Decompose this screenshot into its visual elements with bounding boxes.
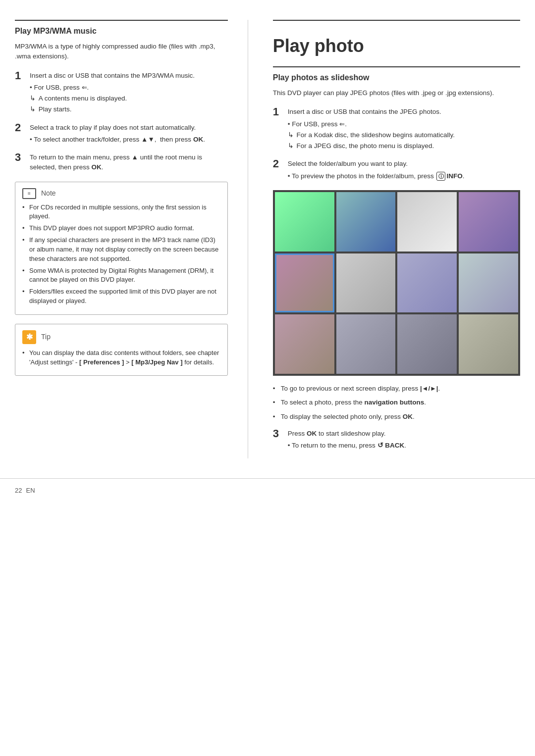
right-step-1-sub-3: For a JPEG disc, the photo menu is displ… bbox=[288, 141, 520, 151]
right-step-2: 2 Select the folder/album you want to pl… bbox=[273, 159, 520, 182]
right-step-1-sub-1: For USB, press ⇐. bbox=[288, 119, 520, 129]
note-item-5: Folders/files exceed the supported limit… bbox=[22, 287, 220, 306]
note-header: ≡ Note bbox=[22, 188, 220, 199]
step-2-content: Select a track to play if play does not … bbox=[30, 123, 228, 146]
step-3: 3 To return to the main menu, press ▲ un… bbox=[15, 152, 228, 175]
language-label: EN bbox=[26, 487, 35, 494]
step-3-content: To return to the main menu, press ▲ unti… bbox=[30, 152, 228, 175]
right-step-1: 1 Insert a disc or USB that contains the… bbox=[273, 107, 520, 152]
step-1-content: Insert a disc or USB that contains the M… bbox=[30, 71, 228, 116]
step-1-sub-1: For USB, press ⇐. bbox=[30, 83, 228, 93]
photo-thumb-11[interactable] bbox=[397, 314, 457, 374]
step-1: 1 Insert a disc or USB that contains the… bbox=[15, 71, 228, 116]
note-item-4: Some WMA is protected by Digital Rights … bbox=[22, 266, 220, 285]
note-item-1: For CDs recorded in multiple sessions, o… bbox=[22, 203, 220, 222]
photo-notes-list: To go to previous or next screen display… bbox=[273, 384, 520, 422]
step-2: 2 Select a track to play if play does no… bbox=[15, 123, 228, 146]
step-1-text: Insert a disc or USB that contains the M… bbox=[30, 71, 228, 81]
info-circle-icon: ⓘ bbox=[436, 172, 445, 181]
right-step-3-text: Press OK to start slideshow play. bbox=[288, 429, 520, 439]
right-step-2-sub-1: To preview the photos in the folder/albu… bbox=[288, 171, 520, 181]
left-section-title: Play MP3/WMA music bbox=[15, 27, 228, 36]
tip-box: ✱ Tip You can display the data disc cont… bbox=[15, 324, 228, 376]
note-box: ≡ Note For CDs recorded in multiple sess… bbox=[15, 182, 228, 315]
section-divider-right2 bbox=[273, 66, 520, 67]
right-step-3-num: 3 bbox=[273, 427, 288, 440]
photo-thumb-8[interactable] bbox=[459, 253, 518, 313]
tip-list: You can display the data disc contents w… bbox=[22, 348, 220, 367]
left-intro: MP3/WMA is a type of highly compressed a… bbox=[15, 42, 228, 62]
tip-header: ✱ Tip bbox=[22, 330, 220, 344]
photo-note-2: To select a photo, press the navigation … bbox=[273, 398, 520, 407]
section-divider-right bbox=[273, 20, 520, 21]
right-step-2-content: Select the folder/album you want to play… bbox=[288, 159, 520, 182]
right-section-title: Play photos as slideshow bbox=[273, 73, 520, 82]
step-1-num: 1 bbox=[15, 69, 30, 82]
right-intro: This DVD player can play JPEG photos (fi… bbox=[273, 88, 520, 98]
prev-next-icon: |◄/►| bbox=[420, 384, 438, 394]
note-item-2: This DVD player does not support MP3PRO … bbox=[22, 224, 220, 233]
note-icon: ≡ bbox=[22, 188, 36, 199]
photo-grid bbox=[273, 190, 520, 376]
photo-thumb-1[interactable] bbox=[275, 192, 334, 252]
note-item-3: If any special characters are present in… bbox=[22, 236, 220, 264]
step-2-sub-1: To select another track/folder, press ▲▼… bbox=[30, 135, 228, 145]
page-number: 22 bbox=[15, 487, 22, 494]
photo-thumb-2[interactable] bbox=[336, 192, 396, 252]
note-title: Note bbox=[41, 188, 56, 199]
photo-thumb-9[interactable] bbox=[275, 314, 334, 374]
photo-note-1: To go to previous or next screen display… bbox=[273, 384, 520, 394]
photo-thumb-12[interactable] bbox=[459, 314, 518, 374]
right-step-1-content: Insert a disc or USB that contains the J… bbox=[288, 107, 520, 152]
step-3-text: To return to the main menu, press ▲ unti… bbox=[30, 152, 228, 173]
left-column: Play MP3/WMA music MP3/WMA is a type of … bbox=[15, 20, 248, 458]
photo-thumb-3[interactable] bbox=[397, 192, 457, 252]
section-divider-left bbox=[15, 20, 228, 21]
photo-thumb-10[interactable] bbox=[336, 314, 396, 374]
photo-thumb-4[interactable] bbox=[459, 192, 518, 252]
step-1-sub-3: Play starts. bbox=[30, 104, 228, 114]
usb-icon: ⇐ bbox=[82, 83, 87, 93]
right-step-3-content: Press OK to start slideshow play. To ret… bbox=[288, 429, 520, 452]
right-step-1-sub-2: For a Kodak disc, the slideshow begins a… bbox=[288, 130, 520, 140]
right-step-2-text: Select the folder/album you want to play… bbox=[288, 159, 520, 169]
right-step-1-num: 1 bbox=[273, 105, 288, 118]
right-step-3: 3 Press OK to start slideshow play. To r… bbox=[273, 429, 520, 452]
note-list: For CDs recorded in multiple sessions, o… bbox=[22, 203, 220, 306]
tip-title: Tip bbox=[41, 332, 51, 342]
step-2-text: Select a track to play if play does not … bbox=[30, 123, 228, 133]
usb-icon-right: ⇐ bbox=[339, 119, 345, 129]
step-2-num: 2 bbox=[15, 121, 30, 134]
right-step-3-sub-1: To return to the menu, press ↺ BACK. bbox=[288, 441, 520, 451]
photo-note-3: To display the selected photo only, pres… bbox=[273, 412, 520, 422]
tip-item-1: You can display the data disc contents w… bbox=[22, 348, 220, 367]
tip-icon: ✱ bbox=[22, 330, 36, 344]
right-step-1-text: Insert a disc or USB that contains the J… bbox=[288, 107, 520, 117]
step-1-sub-2: A contents menu is displayed. bbox=[30, 94, 228, 103]
right-big-title: Play photo bbox=[273, 36, 520, 56]
photo-thumb-7[interactable] bbox=[397, 253, 457, 313]
photo-thumb-6[interactable] bbox=[336, 253, 396, 313]
photo-thumb-5[interactable] bbox=[275, 253, 334, 313]
page-footer: 22 EN bbox=[0, 478, 535, 502]
page-container: Play MP3/WMA music MP3/WMA is a type of … bbox=[0, 0, 535, 478]
step-3-num: 3 bbox=[15, 151, 30, 164]
right-step-2-num: 2 bbox=[273, 157, 288, 170]
right-column: Play photo Play photos as slideshow This… bbox=[248, 20, 520, 458]
